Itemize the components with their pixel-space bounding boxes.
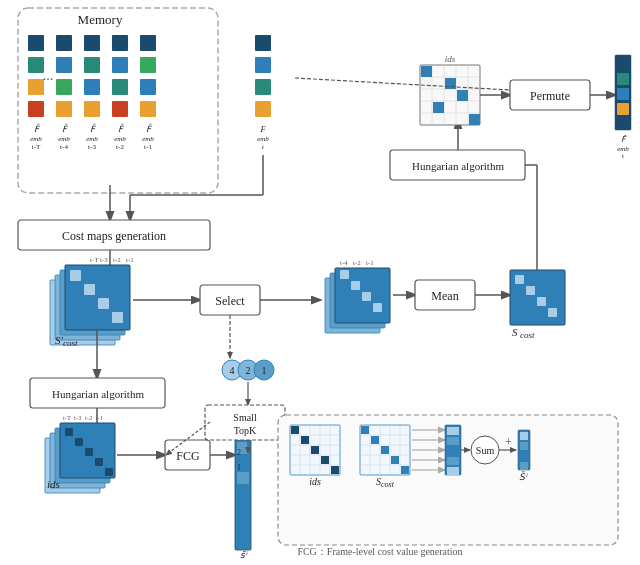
- svg-rect-208: [447, 437, 459, 445]
- svg-text:t-3: t-3: [88, 143, 96, 151]
- svg-rect-154: [469, 114, 480, 125]
- svg-rect-180: [291, 426, 299, 434]
- svg-rect-150: [421, 66, 432, 77]
- svg-text:s̃ⁱ: s̃ⁱ: [240, 550, 248, 560]
- svg-text:Permute: Permute: [530, 89, 570, 103]
- svg-text:Small: Small: [233, 412, 257, 423]
- svg-text:t-1: t-1: [144, 143, 152, 151]
- svg-rect-73: [340, 270, 349, 279]
- svg-rect-14: [112, 35, 128, 51]
- svg-rect-75: [362, 292, 371, 301]
- svg-text:t-4: t-4: [340, 259, 348, 267]
- svg-rect-152: [457, 90, 468, 101]
- svg-text:emb: emb: [257, 135, 269, 143]
- svg-text:t: t: [622, 152, 624, 160]
- svg-text:Memory: Memory: [78, 12, 123, 27]
- svg-text:t-2: t-2: [113, 256, 121, 264]
- svg-rect-102: [95, 458, 103, 466]
- svg-rect-8: [56, 79, 72, 95]
- svg-rect-100: [75, 438, 83, 446]
- svg-text:ids: ids: [309, 476, 321, 487]
- svg-rect-12: [84, 79, 100, 95]
- svg-rect-17: [112, 101, 128, 117]
- svg-rect-18: [140, 35, 156, 51]
- svg-rect-76: [373, 303, 382, 312]
- svg-text:F̂: F̂: [621, 135, 627, 144]
- svg-text:4: 4: [230, 365, 235, 376]
- svg-rect-195: [361, 426, 369, 434]
- svg-rect-161: [617, 58, 629, 70]
- svg-rect-57: [84, 284, 95, 295]
- svg-rect-198: [391, 456, 399, 464]
- svg-text:cost: cost: [520, 330, 535, 340]
- svg-text:Mean: Mean: [431, 289, 458, 303]
- svg-rect-196: [371, 436, 379, 444]
- svg-rect-74: [351, 281, 360, 290]
- svg-rect-59: [112, 312, 123, 323]
- svg-text:t-T: t-T: [32, 143, 41, 151]
- svg-text:Hungarian algorithm: Hungarian algorithm: [412, 160, 504, 172]
- svg-text:emb: emb: [58, 135, 70, 143]
- svg-rect-153: [433, 102, 444, 113]
- svg-rect-15: [112, 57, 128, 73]
- svg-rect-16: [112, 79, 128, 95]
- svg-text:cost: cost: [63, 338, 78, 348]
- svg-text:t-3: t-3: [100, 256, 108, 264]
- svg-text:ids: ids: [47, 478, 60, 490]
- svg-text:F: F: [259, 124, 266, 134]
- svg-rect-6: [56, 35, 72, 51]
- svg-text:t: t: [262, 143, 264, 151]
- svg-rect-40: [255, 79, 271, 95]
- svg-text:t-T: t-T: [90, 256, 99, 264]
- svg-rect-207: [447, 427, 459, 435]
- svg-rect-9: [56, 101, 72, 117]
- svg-text:+: +: [505, 435, 512, 449]
- svg-rect-220: [520, 462, 528, 470]
- svg-text:emb: emb: [30, 135, 42, 143]
- svg-text:t-4: t-4: [60, 143, 68, 151]
- svg-rect-211: [447, 467, 459, 475]
- svg-rect-162: [617, 73, 629, 85]
- svg-rect-13: [84, 101, 100, 117]
- svg-rect-56: [70, 270, 81, 281]
- svg-rect-217: [520, 432, 528, 440]
- svg-rect-19: [140, 57, 156, 73]
- svg-text:1: 1: [262, 365, 267, 376]
- svg-text:2: 2: [246, 365, 251, 376]
- svg-text:t-2: t-2: [116, 143, 124, 151]
- svg-rect-219: [520, 452, 528, 460]
- svg-rect-38: [255, 35, 271, 51]
- svg-text:...: ...: [43, 68, 54, 83]
- svg-rect-5: [28, 101, 44, 117]
- diagram: Memory ... F̂ emb t-T F̂ emb: [0, 0, 640, 565]
- svg-text:F̂: F̂: [90, 123, 96, 134]
- svg-rect-2: [28, 35, 44, 51]
- svg-text:TopK: TopK: [234, 425, 257, 436]
- svg-rect-117: [237, 472, 249, 484]
- svg-text:Hungarian algorithm: Hungarian algorithm: [52, 388, 144, 400]
- svg-rect-41: [255, 101, 271, 117]
- svg-rect-39: [255, 57, 271, 73]
- svg-text:Select: Select: [215, 294, 245, 308]
- svg-text:FCG: FCG: [176, 449, 200, 463]
- svg-text:t-T: t-T: [63, 414, 71, 421]
- svg-text:1: 1: [237, 463, 241, 472]
- svg-rect-199: [401, 466, 409, 474]
- svg-rect-4: [28, 79, 44, 95]
- svg-rect-164: [617, 103, 629, 115]
- svg-rect-7: [56, 57, 72, 73]
- svg-rect-184: [331, 466, 339, 474]
- svg-text:ids: ids: [445, 54, 456, 64]
- svg-rect-10: [84, 35, 100, 51]
- svg-rect-218: [520, 442, 528, 450]
- svg-text:Sum: Sum: [476, 445, 495, 456]
- svg-rect-209: [447, 447, 459, 455]
- svg-text:S̃ⁱ: S̃ⁱ: [519, 471, 528, 482]
- svg-text:t-1: t-1: [96, 414, 103, 421]
- svg-text:t-2: t-2: [353, 259, 361, 267]
- svg-text:t-3: t-3: [74, 414, 81, 421]
- svg-rect-182: [311, 446, 319, 454]
- svg-text:t-1: t-1: [366, 259, 374, 267]
- svg-rect-58: [98, 298, 109, 309]
- svg-rect-99: [65, 428, 73, 436]
